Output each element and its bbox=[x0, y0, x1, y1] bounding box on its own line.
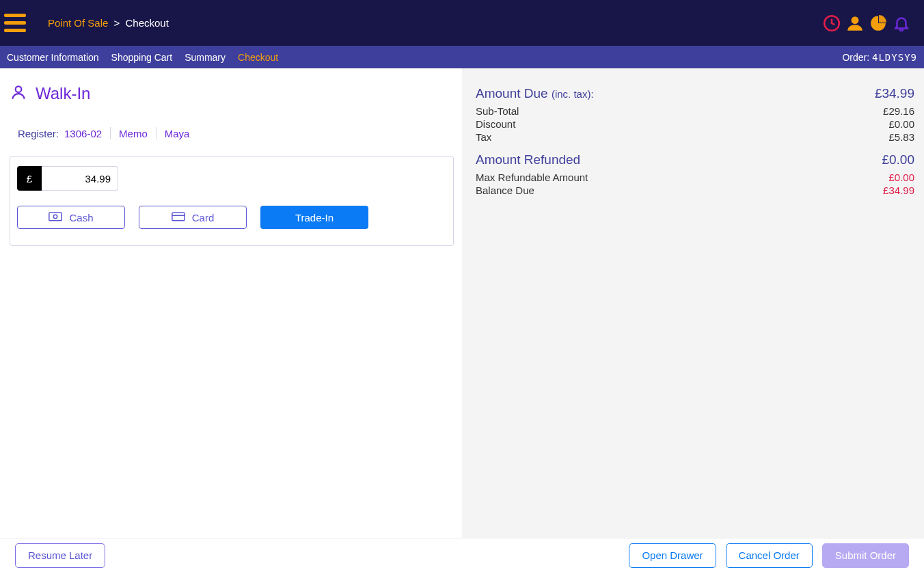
amount-refunded-value: £0.00 bbox=[882, 152, 914, 167]
tax-value: £5.83 bbox=[888, 131, 914, 143]
cash-label: Cash bbox=[69, 212, 93, 223]
svg-point-4 bbox=[54, 215, 57, 218]
svg-rect-5 bbox=[172, 213, 185, 221]
top-icons bbox=[823, 14, 910, 32]
memo-link[interactable]: Memo bbox=[119, 128, 148, 139]
top-bar: Point Of Sale > Checkout bbox=[0, 0, 924, 46]
discount-row: Discount £0.00 bbox=[476, 118, 914, 130]
max-refundable-row: Max Refundable Amount £0.00 bbox=[476, 172, 914, 183]
subtotal-row: Sub-Total £29.16 bbox=[476, 105, 914, 117]
meta-divider bbox=[110, 127, 111, 139]
footer-bar: Resume Later Open Drawer Cancel Order Su… bbox=[0, 538, 924, 572]
user-icon[interactable] bbox=[846, 14, 864, 32]
balance-due-value: £34.99 bbox=[883, 185, 914, 196]
right-column: Amount Due (inc. tax): £34.99 Sub-Total … bbox=[462, 68, 924, 538]
svg-rect-3 bbox=[49, 213, 62, 221]
amount-refunded-row: Amount Refunded £0.00 bbox=[476, 152, 914, 167]
tab-customer-info[interactable]: Customer Information bbox=[7, 52, 99, 63]
sub-nav: Customer Information Shopping Cart Summa… bbox=[0, 46, 924, 68]
svg-point-2 bbox=[16, 86, 22, 92]
cancel-order-button[interactable]: Cancel Order bbox=[726, 543, 813, 568]
meta-row: Register: 1306-02 Memo Maya bbox=[10, 127, 454, 139]
tax-row: Tax £5.83 bbox=[476, 131, 914, 143]
tradein-button[interactable]: Trade-In bbox=[260, 206, 368, 229]
balance-due-label: Balance Due bbox=[476, 185, 534, 196]
amount-due-row: Amount Due (inc. tax): £34.99 bbox=[476, 86, 914, 101]
card-button[interactable]: Card bbox=[139, 206, 247, 229]
amount-due-label: Amount Due (inc. tax): bbox=[476, 86, 594, 101]
amount-input[interactable] bbox=[42, 166, 118, 191]
subtotal-label: Sub-Total bbox=[476, 105, 519, 117]
max-refundable-label: Max Refundable Amount bbox=[476, 172, 588, 183]
order-label: Order: bbox=[842, 52, 872, 63]
payment-buttons: Cash Card Trade-In bbox=[17, 206, 446, 229]
breadcrumb-sep: > bbox=[114, 17, 120, 29]
order-code: 4LDYSY9 bbox=[872, 52, 917, 63]
breadcrumb-root[interactable]: Point Of Sale bbox=[48, 17, 108, 29]
user-name[interactable]: Maya bbox=[165, 128, 190, 139]
register-value[interactable]: 1306-02 bbox=[64, 128, 102, 139]
cash-icon bbox=[49, 212, 62, 223]
max-refundable-value: £0.00 bbox=[888, 172, 914, 183]
tab-summary[interactable]: Summary bbox=[185, 52, 226, 63]
card-icon bbox=[172, 212, 185, 223]
balance-due-row: Balance Due £34.99 bbox=[476, 185, 914, 196]
left-column: Walk-In Register: 1306-02 Memo Maya £ Ca… bbox=[0, 68, 462, 538]
open-drawer-button[interactable]: Open Drawer bbox=[629, 543, 716, 568]
register-label: Register: bbox=[18, 128, 59, 139]
tax-label: Tax bbox=[476, 131, 491, 143]
person-icon bbox=[10, 83, 27, 104]
tab-checkout[interactable]: Checkout bbox=[238, 52, 278, 63]
discount-label: Discount bbox=[476, 118, 515, 130]
meta-divider bbox=[156, 127, 157, 139]
pie-chart-icon[interactable] bbox=[869, 14, 887, 32]
clock-icon[interactable] bbox=[823, 14, 841, 32]
card-label: Card bbox=[192, 212, 215, 223]
customer-name: Walk-In bbox=[36, 84, 90, 103]
discount-value: £0.00 bbox=[888, 118, 914, 130]
hamburger-icon[interactable] bbox=[4, 10, 31, 37]
submit-order-button[interactable]: Submit Order bbox=[822, 543, 909, 568]
main-area: Walk-In Register: 1306-02 Memo Maya £ Ca… bbox=[0, 68, 924, 538]
resume-later-button[interactable]: Resume Later bbox=[15, 543, 105, 568]
bell-icon[interactable] bbox=[893, 14, 910, 32]
currency-badge: £ bbox=[17, 166, 42, 191]
amount-input-group: £ bbox=[17, 166, 118, 191]
cash-button[interactable]: Cash bbox=[17, 206, 125, 229]
order-indicator: Order: 4LDYSY9 bbox=[842, 52, 917, 63]
breadcrumb: Point Of Sale > Checkout bbox=[48, 17, 169, 29]
tab-shopping-cart[interactable]: Shopping Cart bbox=[111, 52, 173, 63]
customer-row: Walk-In bbox=[10, 83, 454, 104]
amount-refunded-label: Amount Refunded bbox=[476, 152, 580, 167]
breadcrumb-current: Checkout bbox=[126, 17, 169, 29]
amount-due-value: £34.99 bbox=[875, 86, 914, 101]
svg-point-1 bbox=[852, 16, 859, 24]
tradein-label: Trade-In bbox=[295, 212, 334, 223]
payment-box: £ Cash Card Trade-In bbox=[10, 156, 454, 246]
subtotal-value: £29.16 bbox=[883, 105, 914, 117]
